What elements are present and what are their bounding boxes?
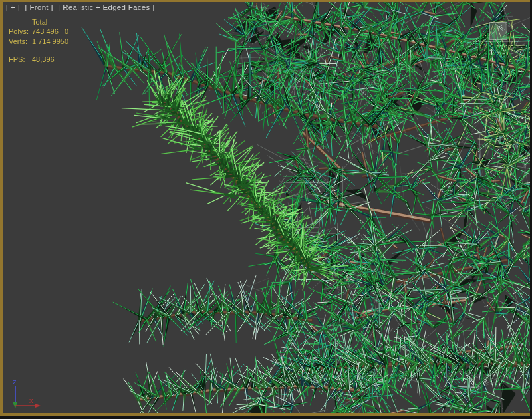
viewport: [ + ] [ Front ] [ Realistic + Edged Face…: [0, 0, 532, 419]
viewport-border-left: [0, 0, 3, 417]
axis-z-label: z: [13, 378, 17, 386]
viewport-general-menu[interactable]: [ + ]: [6, 3, 20, 11]
stats-verts-label: Verts:: [9, 37, 27, 45]
viewport-label: [ + ] [ Front ] [ Realistic + Edged Face…: [6, 3, 158, 11]
viewport-render: [0, 0, 532, 419]
world-axis-gizmo: z x: [4, 376, 47, 415]
viewport-pov-menu[interactable]: [ Front ]: [25, 3, 53, 11]
outer-edge-bottom: [0, 416, 532, 419]
viewport-shading-menu[interactable]: [ Realistic + Edged Faces ]: [58, 3, 154, 11]
viewcube[interactable]: [489, 22, 507, 40]
stats-fps-label: FPS:: [9, 55, 25, 63]
axis-x-label: x: [29, 396, 33, 404]
viewcube-guide-line: [473, 41, 531, 42]
stats-fps-value: 48,396: [32, 55, 55, 63]
stats-polys-label: Polys:: [9, 27, 29, 35]
stats-header: Total: [32, 18, 47, 26]
stats-polys-delta: 0: [65, 27, 68, 35]
viewport-border-top: [0, 0, 532, 2]
stats-polys-value: 743 496: [32, 27, 59, 35]
stats-verts-value: 1 714 995: [32, 37, 65, 45]
axis-x-arrow: [35, 404, 41, 408]
stats-verts-delta: 0: [65, 37, 68, 45]
